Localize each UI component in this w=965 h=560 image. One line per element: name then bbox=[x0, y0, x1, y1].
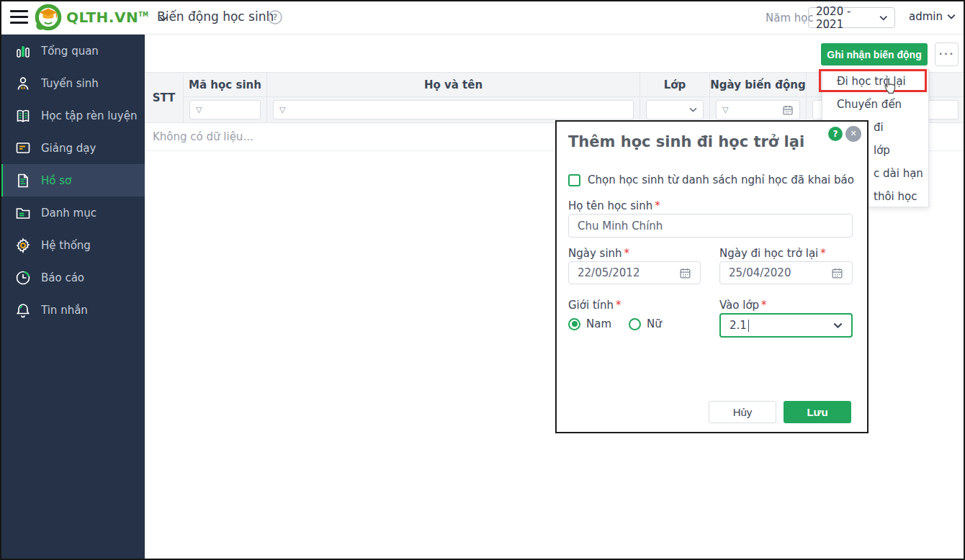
radio-selected[interactable] bbox=[568, 318, 580, 330]
document-icon bbox=[14, 172, 32, 189]
board-icon bbox=[14, 140, 32, 157]
funnel-icon: ▽ bbox=[279, 105, 285, 114]
sidebar-item-label: Giảng dạy bbox=[41, 142, 96, 155]
class-label: Vào lớp* bbox=[719, 299, 767, 312]
sidebar-item-ho-so[interactable]: Hồ sơ bbox=[0, 164, 145, 197]
cancel-button[interactable]: Hủy bbox=[709, 401, 776, 423]
calendar-icon[interactable] bbox=[831, 267, 843, 279]
code-filter-input[interactable]: ▽ bbox=[189, 100, 261, 119]
chevron-down-icon bbox=[833, 322, 843, 328]
sidebar-item-label: Học tập rèn luyện bbox=[41, 109, 137, 122]
radio-unselected[interactable] bbox=[629, 318, 641, 330]
record-change-button[interactable]: Ghi nhận biến động bbox=[821, 43, 928, 66]
class-select[interactable]: 2.1 bbox=[719, 313, 853, 338]
school-year-label: Năm học bbox=[766, 12, 814, 24]
user-menu[interactable]: admin bbox=[909, 10, 956, 23]
gender-option-female[interactable]: Nữ bbox=[629, 317, 662, 330]
date-filter-input[interactable]: ▽ bbox=[716, 100, 800, 119]
sidebar-item-label: Tin nhắn bbox=[41, 304, 88, 317]
sidebar-item-giang-day[interactable]: Giảng dạy bbox=[0, 132, 145, 164]
modal-title: Thêm học sinh đi học trở lại bbox=[568, 133, 804, 150]
save-button[interactable]: Lưu bbox=[784, 401, 851, 423]
sidebar-item-he-thong[interactable]: Hệ thống bbox=[0, 229, 145, 261]
sidebar-item-label: Hồ sơ bbox=[41, 174, 71, 187]
name-filter-input[interactable]: ▽ bbox=[273, 100, 634, 119]
required-mark: * bbox=[761, 299, 767, 312]
sidebar: Tổng quan Tuyển sinh Học tập rèn luyện G… bbox=[0, 35, 145, 560]
school-year-select[interactable]: 2020 - 2021 bbox=[808, 7, 895, 28]
pick-from-list-checkbox-row[interactable]: Chọn học sinh từ danh sách nghỉ học đã k… bbox=[568, 173, 854, 186]
help-icon[interactable]: ? bbox=[268, 10, 282, 24]
return-date-label: Ngày đi học trở lại* bbox=[719, 247, 826, 260]
hamburger-menu-icon[interactable] bbox=[10, 10, 28, 24]
modal-close-icon[interactable]: ✕ bbox=[845, 126, 861, 142]
sidebar-item-tuyen-sinh[interactable]: Tuyển sinh bbox=[0, 67, 145, 99]
topbar: QLTH.VNTM Biến động học sinh ? Năm học 2… bbox=[0, 0, 965, 35]
bar-chart-icon bbox=[14, 42, 32, 60]
text-caret bbox=[748, 320, 750, 332]
required-mark: * bbox=[616, 299, 621, 312]
sidebar-item-label: Danh mục bbox=[41, 207, 96, 220]
pie-chart-icon bbox=[14, 269, 32, 286]
menu-item-chuyen-den[interactable]: Chuyển đến bbox=[822, 93, 928, 116]
dob-input[interactable]: 22/05/2012 bbox=[568, 261, 701, 284]
book-icon bbox=[14, 107, 32, 125]
required-mark: * bbox=[820, 247, 826, 260]
calendar-icon[interactable] bbox=[679, 267, 691, 279]
filter-cell-name: ▽ bbox=[267, 97, 640, 123]
username: admin bbox=[909, 10, 943, 23]
column-header-stt: STT bbox=[145, 72, 184, 123]
checkbox[interactable] bbox=[568, 174, 580, 186]
column-header-ma-hoc-sinh: Mã học sinh bbox=[184, 72, 267, 97]
student-name-label: Họ tên học sinh* bbox=[568, 199, 660, 212]
sidebar-item-label: Tuyển sinh bbox=[41, 77, 99, 90]
gear-icon bbox=[14, 237, 32, 254]
menu-item-di-hoc-tro-lai[interactable]: Đi học trở lại bbox=[822, 70, 928, 93]
gender-option-male[interactable]: Nam bbox=[568, 317, 611, 330]
sidebar-item-bao-cao[interactable]: Báo cáo bbox=[0, 261, 145, 294]
school-year-value: 2020 - 2021 bbox=[816, 5, 879, 31]
gender-label: Giới tính* bbox=[568, 299, 621, 312]
student-name-input[interactable]: Chu Minh Chính bbox=[568, 214, 853, 238]
gender-radio-group: Nam Nữ bbox=[568, 317, 662, 330]
column-header-ngay-bien-dong: Ngày biến động bbox=[710, 72, 807, 97]
person-icon bbox=[14, 75, 32, 92]
dob-label: Ngày sinh* bbox=[568, 247, 629, 260]
page-title: Biến động học sinh bbox=[157, 9, 274, 24]
sidebar-item-tin-nhan[interactable]: Tin nhắn bbox=[0, 294, 145, 326]
modal-help-icon[interactable]: ? bbox=[828, 127, 843, 141]
filter-cell-code: ▽ bbox=[184, 97, 267, 123]
class-filter-select[interactable] bbox=[646, 100, 704, 119]
filter-cell-date: ▽ bbox=[710, 97, 807, 123]
brand-tm: TM bbox=[138, 12, 148, 18]
chevron-down-icon bbox=[947, 14, 956, 19]
return-date-value: 25/04/2020 bbox=[729, 266, 791, 279]
return-date-input[interactable]: 25/04/2020 bbox=[719, 261, 853, 284]
funnel-icon: ▽ bbox=[196, 105, 202, 114]
gender-female-label: Nữ bbox=[647, 317, 662, 330]
logo-icon bbox=[35, 4, 62, 31]
required-mark: * bbox=[624, 247, 630, 260]
student-name-value: Chu Minh Chính bbox=[578, 220, 663, 232]
sidebar-item-hoc-tap-ren-luyen[interactable]: Học tập rèn luyện bbox=[0, 99, 145, 132]
sidebar-item-label: Báo cáo bbox=[41, 271, 84, 284]
more-options-button[interactable]: ••• bbox=[935, 42, 959, 66]
app-logo[interactable]: QLTH.VNTM bbox=[35, 4, 168, 31]
brand-name: QLTH.VNTM bbox=[66, 9, 149, 26]
dob-value: 22/05/2012 bbox=[578, 266, 639, 279]
funnel-icon: ▽ bbox=[722, 105, 728, 114]
filter-cell-class bbox=[640, 97, 710, 123]
sidebar-item-label: Tổng quan bbox=[41, 45, 99, 58]
sidebar-item-danh-muc[interactable]: Danh mục bbox=[0, 197, 145, 229]
add-returning-student-modal: Thêm học sinh đi học trở lại ? ✕ Chọn họ… bbox=[555, 120, 868, 433]
column-header-ho-va-ten: Họ và tên bbox=[267, 72, 640, 97]
checkbox-label: Chọn học sinh từ danh sách nghỉ học đã k… bbox=[588, 173, 854, 186]
gender-male-label: Nam bbox=[586, 317, 611, 330]
calendar-icon[interactable] bbox=[782, 104, 794, 116]
required-mark: * bbox=[655, 199, 660, 212]
folder-icon bbox=[14, 204, 32, 222]
sidebar-item-tong-quan[interactable]: Tổng quan bbox=[0, 35, 145, 67]
column-header-lop: Lớp bbox=[640, 72, 710, 97]
class-value: 2.1 bbox=[730, 319, 747, 332]
bell-icon bbox=[14, 302, 32, 319]
